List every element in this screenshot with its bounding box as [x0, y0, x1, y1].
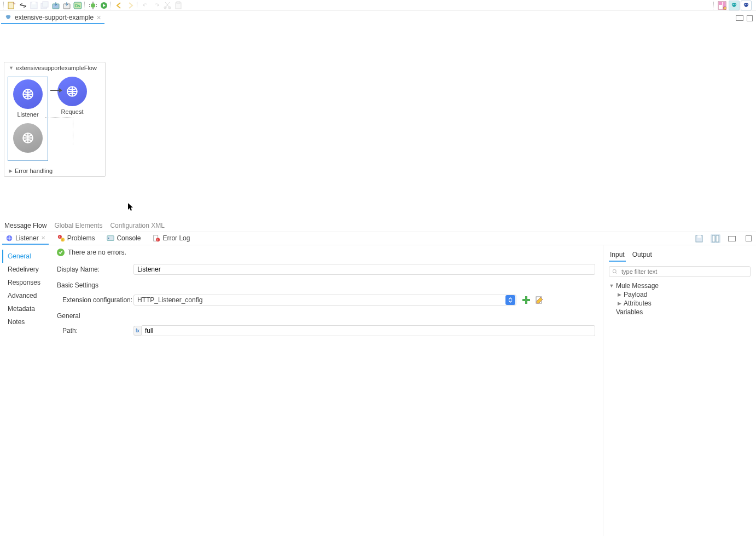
cut-button[interactable]	[162, 1, 172, 10]
sidenav-general[interactable]: General	[2, 250, 47, 263]
lower-views: Listener ✕ !! Problems Console ! Error L…	[0, 232, 756, 536]
ds-button[interactable]: Ds	[73, 1, 83, 10]
properties-sidenav: General Redelivery Responses Advanced Me…	[0, 245, 49, 536]
node-request[interactable]: Request	[55, 77, 90, 145]
svg-rect-2	[32, 2, 36, 4]
flow-header[interactable]: ▼ extensivesupportexampleFlow	[4, 62, 105, 73]
flow-source-box[interactable]: Listener	[8, 77, 48, 161]
tree-label: Payload	[624, 291, 647, 298]
collapse-icon[interactable]: ▼	[609, 283, 614, 289]
flow-container[interactable]: ▼ extensivesupportexampleFlow Listener	[4, 62, 106, 177]
tree-row-attributes[interactable]: ▶ Attributes	[609, 299, 751, 308]
flow-arrow	[50, 90, 61, 91]
expand-icon[interactable]: ▶	[617, 292, 622, 297]
problems-icon: !!	[57, 234, 65, 242]
io-body: ▼ Mule Message ▶ Payload ▶ Attributes Va…	[603, 262, 756, 321]
minimize-view-button[interactable]	[736, 15, 743, 21]
editor-tab-label: extensive-support-example	[15, 14, 94, 21]
svg-point-20	[732, 4, 734, 5]
section-basic-settings: Basic Settings	[57, 281, 595, 289]
io-filter[interactable]	[609, 266, 751, 277]
editor-tabbar: extensive-support-example ✕	[0, 11, 756, 25]
export-jar-button[interactable]	[51, 1, 61, 10]
svg-point-9	[91, 3, 95, 8]
perspective-mule-debug[interactable]	[741, 1, 752, 10]
expand-icon[interactable]: ▶	[617, 301, 622, 306]
flow-error-section[interactable]: ▶ Error handling	[4, 165, 105, 176]
close-icon[interactable]: ✕	[41, 235, 45, 241]
nav-back-button[interactable]	[114, 1, 124, 10]
expression-mode-toggle[interactable]: fx	[133, 326, 141, 336]
tree-row-variables[interactable]: Variables	[609, 308, 751, 316]
new-dropdown-button[interactable]	[7, 1, 17, 10]
run-dropdown-button[interactable]	[99, 1, 109, 10]
debug-dropdown-button[interactable]	[88, 1, 98, 10]
label-path: Path:	[62, 327, 133, 335]
flow-canvas[interactable]: ▼ extensivesupportexampleFlow Listener	[0, 25, 756, 220]
editor-controls	[736, 15, 753, 21]
svg-text:!: !	[59, 235, 60, 239]
io-filter-input[interactable]	[620, 268, 748, 275]
io-tab-output[interactable]: Output	[631, 249, 653, 262]
errorlog-icon: !	[153, 234, 160, 242]
save-view-button[interactable]	[694, 234, 704, 243]
lower-body: General Redelivery Responses Advanced Me…	[0, 245, 756, 536]
input-path[interactable]	[141, 325, 595, 336]
tab-config-xml[interactable]: Configuration XML	[110, 222, 164, 229]
edit-config-button[interactable]	[535, 296, 544, 304]
sidenav-redelivery[interactable]: Redelivery	[2, 263, 47, 276]
view-tab-problems[interactable]: !! Problems	[54, 233, 98, 245]
io-tab-input[interactable]: Input	[609, 249, 626, 262]
maximize-view-button[interactable]	[747, 15, 753, 21]
status-text: There are no errors.	[68, 249, 126, 256]
add-config-button[interactable]	[522, 296, 531, 304]
view-tab-console-label: Console	[117, 234, 141, 242]
editor-tab-active[interactable]: extensive-support-example ✕	[1, 12, 104, 24]
svg-text:!: !	[62, 238, 63, 241]
minimize-lower-button[interactable]	[727, 234, 737, 243]
input-display-name[interactable]	[133, 264, 595, 275]
toolbar-separator	[111, 2, 113, 9]
mouse-cursor-icon	[127, 203, 136, 211]
tree-row-payload[interactable]: ▶ Payload	[609, 290, 751, 299]
link-button[interactable]	[18, 1, 28, 10]
expand-icon[interactable]: ▶	[9, 168, 13, 174]
svg-text:!: !	[157, 238, 158, 241]
tab-message-flow[interactable]: Message Flow	[4, 222, 46, 229]
tree-row-mule-message[interactable]: ▼ Mule Message	[609, 281, 751, 290]
save-all-button[interactable]	[40, 1, 50, 10]
toggle-metadata-button[interactable]	[711, 234, 720, 243]
tab-global-elements[interactable]: Global Elements	[54, 222, 102, 229]
view-tab-listener[interactable]: Listener ✕	[2, 233, 49, 245]
label-ext-config: Extension configuration:	[62, 296, 133, 304]
sidenav-notes[interactable]: Notes	[2, 315, 47, 328]
sidenav-responses[interactable]: Responses	[2, 276, 47, 289]
node-placeholder[interactable]	[10, 123, 45, 153]
nav-fwd-button[interactable]	[125, 1, 135, 10]
svg-point-43	[613, 269, 616, 273]
row-display-name: Display Name:	[57, 264, 595, 275]
paste-button[interactable]	[173, 1, 183, 10]
svg-rect-32	[107, 235, 114, 240]
svg-rect-39	[716, 235, 719, 242]
svg-rect-41	[522, 299, 530, 301]
save-button[interactable]	[29, 1, 39, 10]
view-tab-console[interactable]: Console	[103, 233, 144, 245]
sidenav-advanced[interactable]: Advanced	[2, 289, 47, 302]
open-perspective-button[interactable]: +	[717, 1, 727, 10]
perspective-mule-design[interactable]	[729, 1, 740, 10]
export-archive-button[interactable]	[62, 1, 72, 10]
sidenav-metadata[interactable]: Metadata	[2, 302, 47, 315]
view-tab-errorlog[interactable]: ! Error Log	[149, 233, 193, 245]
undo-button[interactable]	[141, 1, 150, 10]
collapse-icon[interactable]: ▼	[9, 65, 14, 71]
select-ext-config-value: HTTP_Listener_config	[137, 296, 202, 304]
flow-error-label: Error handling	[15, 168, 53, 174]
maximize-lower-button[interactable]	[743, 234, 753, 243]
select-ext-config[interactable]: HTTP_Listener_config	[133, 295, 516, 306]
svg-rect-0	[8, 2, 14, 9]
svg-point-22	[745, 4, 746, 5]
node-listener[interactable]: Listener	[10, 79, 45, 118]
redo-button[interactable]	[152, 1, 161, 10]
close-icon[interactable]: ✕	[96, 14, 101, 21]
